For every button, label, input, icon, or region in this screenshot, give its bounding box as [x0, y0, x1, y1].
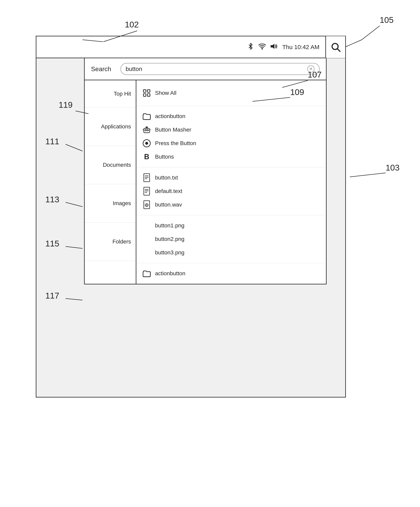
results-area: Top Hit Applications Documents Images Fo…: [85, 80, 326, 284]
result-text-button-wav: button.wav: [155, 202, 182, 208]
search-input[interactable]: button: [126, 66, 307, 72]
result-text-actionbutton-app: actionbutton: [155, 113, 185, 120]
svg-rect-6: [143, 94, 146, 96]
robot-icon: [142, 125, 151, 134]
volume-icon: [270, 43, 278, 51]
result-row-default-text[interactable]: default.text: [142, 184, 320, 198]
result-text-button-txt: button.txt: [155, 175, 178, 181]
result-row-actionbutton-folder[interactable]: actionbutton: [142, 267, 320, 280]
clear-icon: ✕: [309, 66, 313, 71]
search-input-wrapper: button ✕: [121, 63, 320, 75]
result-row-actionbutton-app[interactable]: actionbutton: [142, 110, 320, 123]
desktop-area: Search button ✕ Top Hit Applications: [36, 58, 345, 397]
svg-rect-5: [148, 90, 150, 92]
category-folders[interactable]: Folders: [85, 223, 136, 261]
bold-b-icon: B: [142, 152, 151, 162]
image-placeholder-3: [142, 248, 151, 257]
svg-rect-7: [148, 94, 150, 96]
show-all-icon: [142, 88, 151, 98]
folder-icon-2: [142, 269, 151, 278]
result-row-button2-png[interactable]: button2.png: [142, 232, 320, 246]
wifi-icon: [258, 43, 266, 51]
result-row-press-button[interactable]: Press the Button: [142, 137, 320, 150]
search-label: Search: [91, 65, 115, 73]
result-text-show-all: Show All: [155, 90, 176, 96]
result-row-button3-png[interactable]: button3.png: [142, 246, 320, 259]
result-text-press-button: Press the Button: [155, 140, 196, 147]
svg-rect-21: [144, 187, 149, 195]
result-row-button-wav[interactable]: button.wav: [142, 198, 320, 211]
clear-search-button[interactable]: ✕: [307, 65, 314, 72]
result-row-button-masher[interactable]: Button Masher: [142, 123, 320, 137]
menu-bar: Thu 10:42 AM: [36, 36, 345, 58]
svg-point-10: [147, 129, 149, 131]
category-documents[interactable]: Documents: [85, 146, 136, 184]
menubar-search-button[interactable]: [325, 36, 345, 58]
result-text-button2-png: button2.png: [155, 236, 185, 242]
svg-line-33: [346, 40, 362, 47]
svg-line-32: [362, 26, 380, 40]
folder-icon-1: [142, 112, 151, 121]
svg-line-3: [337, 49, 340, 51]
spotlight-panel: Search button ✕ Top Hit Applications: [84, 58, 327, 284]
svg-rect-4: [143, 90, 146, 92]
circle-dot-icon: [142, 139, 151, 148]
result-text-actionbutton-folder: actionbutton: [155, 270, 185, 277]
svg-line-49: [350, 173, 386, 177]
doc-text-icon: [142, 186, 151, 196]
category-applications[interactable]: Applications: [85, 107, 136, 146]
results-column: Show All actionbutton: [136, 80, 326, 284]
folders-section: actionbutton: [136, 263, 326, 284]
svg-point-0: [262, 48, 263, 49]
result-text-button1-png: button1.png: [155, 222, 185, 229]
svg-marker-1: [271, 43, 275, 49]
documents-section: button.txt: [136, 167, 326, 215]
result-row-button-txt[interactable]: button.txt: [142, 171, 320, 184]
images-section: button1.png button2.png button3.png: [136, 215, 326, 263]
result-text-button-masher: Button Masher: [155, 127, 191, 133]
svg-text:105: 105: [380, 15, 394, 25]
svg-rect-17: [144, 174, 149, 182]
result-text-default-text: default.text: [155, 188, 182, 194]
doc-audio-icon: [142, 200, 151, 210]
doc-txt-icon: [142, 173, 151, 183]
svg-point-9: [145, 129, 146, 131]
result-row-button1-png[interactable]: button1.png: [142, 219, 320, 232]
svg-point-16: [146, 142, 148, 144]
image-placeholder-1: [142, 221, 151, 230]
svg-text:102: 102: [125, 20, 139, 29]
result-row-show-all[interactable]: Show All: [142, 85, 320, 101]
category-top-hit[interactable]: Top Hit: [85, 80, 136, 107]
result-text-button3-png: button3.png: [155, 249, 185, 256]
status-icons: Thu 10:42 AM: [247, 43, 325, 51]
result-text-buttons: Buttons: [155, 154, 174, 160]
bluetooth-icon: [247, 43, 254, 51]
device-frame: Thu 10:42 AM Search button ✕: [36, 36, 346, 397]
category-column: Top Hit Applications Documents Images Fo…: [85, 80, 136, 284]
svg-point-27: [146, 204, 147, 206]
clock-display: Thu 10:42 AM: [282, 44, 320, 50]
category-images[interactable]: Images: [85, 184, 136, 223]
image-placeholder-2: [142, 234, 151, 244]
search-bar-row: Search button ✕: [85, 58, 326, 80]
top-hit-section: Show All: [136, 80, 326, 106]
applications-section: actionbutton: [136, 106, 326, 167]
svg-text:103: 103: [386, 163, 399, 172]
result-row-buttons[interactable]: B Buttons: [142, 150, 320, 163]
